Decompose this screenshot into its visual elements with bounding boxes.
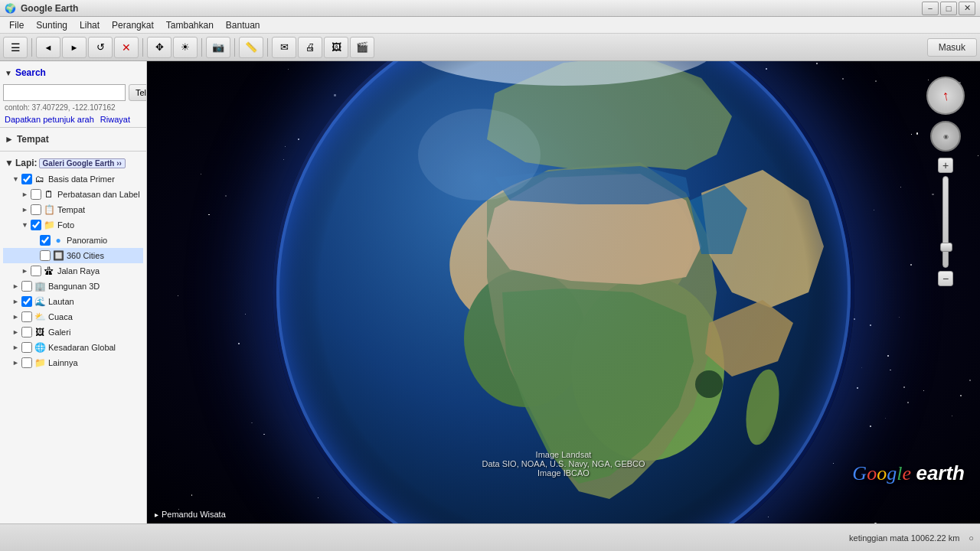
layer-360-icon: 🔲 — [52, 249, 64, 262]
layer-checkbox-kesadaran[interactable] — [21, 342, 32, 353]
expand-arrow-lainnya-icon: ► — [12, 359, 21, 367]
camera-button[interactable]: 📷 — [206, 37, 230, 58]
earth-globe[interactable] — [273, 61, 854, 523]
search-title: Search — [15, 67, 46, 78]
layer-other-icon: 📁 — [34, 357, 46, 369]
tilt-button[interactable]: ◉ — [930, 121, 961, 152]
expand-arrow-foto-icon: ▼ — [21, 221, 31, 229]
zoom-out-button[interactable]: − — [938, 271, 953, 286]
app-icon: 🌍 — [5, 3, 16, 14]
main-layout: ▼ Search Telusuri contoh: 37.407229, -12… — [0, 61, 980, 523]
layer-checkbox-jalan[interactable] — [31, 266, 41, 276]
layer-tempat[interactable]: ► 📋 Tempat — [3, 202, 143, 217]
elevation-label: ketinggian mata 10062.22 km — [849, 533, 959, 543]
navigation-controls: ◉ + − — [926, 77, 965, 286]
email-button[interactable]: ✉ — [272, 37, 296, 58]
menu-sunting[interactable]: Sunting — [30, 18, 74, 32]
compass-control[interactable] — [926, 77, 965, 115]
svg-point-10 — [276, 61, 851, 523]
telusuri-button[interactable]: Telusuri — [129, 84, 147, 101]
get-directions-link[interactable]: Dapatkan petunjuk arah — [5, 115, 94, 124]
back-button[interactable]: ◄ — [36, 37, 60, 58]
layer-checkbox-lainnya[interactable] — [21, 357, 32, 368]
layer-foto[interactable]: ▼ 📁 Foto — [3, 217, 143, 233]
search-header[interactable]: ▼ Search — [3, 64, 143, 81]
menu-bantuan[interactable]: Bantuan — [220, 18, 266, 32]
sidebar: ▼ Search Telusuri contoh: 37.407229, -12… — [0, 61, 147, 523]
layer-checkbox-panoramio[interactable] — [40, 235, 51, 246]
layer-checkbox-360[interactable] — [40, 250, 51, 261]
layer-basis-data-primer[interactable]: ▼ 🗂 Basis data Primer — [3, 171, 143, 187]
layer-cuaca[interactable]: ► ⛅ Cuaca — [3, 309, 143, 324]
refresh-button[interactable]: ↺ — [88, 37, 113, 58]
layer-checkbox-bangunan[interactable] — [21, 281, 32, 292]
search-input[interactable] — [3, 84, 126, 101]
move-button[interactable]: ✥ — [147, 37, 172, 58]
svg-point-11 — [418, 109, 541, 201]
close-button[interactable]: ✕ — [959, 2, 975, 15]
layer-galeri[interactable]: ► 🖼 Galeri — [3, 324, 143, 340]
layer-panoramio[interactable]: ● Panoramio — [3, 233, 143, 248]
layer-kesadaran-global[interactable]: ► 🌐 Kesadaran Global — [3, 340, 143, 355]
titlebar-left: 🌍 Google Earth — [5, 3, 78, 14]
layer-bangunan-3d[interactable]: ► 🏢 Bangunan 3D — [3, 279, 143, 294]
layer-checkbox-foto[interactable] — [31, 220, 41, 230]
map-area[interactable]: ◉ + − Image Landsat Data SIO, NOAA, U.S.… — [147, 61, 980, 523]
titlebar-controls: − □ ✕ — [922, 2, 975, 15]
layer-clipboard-icon: 📋 — [43, 204, 55, 216]
layers-panel: ▼ Lapi: Galeri Google Earth ›› ▼ 🗂 Basis… — [0, 152, 146, 523]
zoom-in-button[interactable]: + — [938, 158, 953, 173]
menu-lihat[interactable]: Lihat — [74, 18, 106, 32]
menu-tambahkan[interactable]: Tambahkan — [160, 18, 220, 32]
layer-lautan[interactable]: ► 🌊 Lautan — [3, 294, 143, 309]
search-links: Dapatkan petunjuk arah Riwayat — [3, 115, 143, 124]
layer-label-lainnya: Lainnya — [48, 358, 78, 367]
ruler-button[interactable]: 📏 — [239, 37, 263, 58]
layer-folder-foto-icon: 📁 — [43, 219, 55, 231]
layer-building-icon: 🏢 — [34, 280, 46, 292]
layer-checkbox-perbatasan[interactable] — [31, 189, 41, 200]
search-example: contoh: 37.407229, -122.107162 — [3, 103, 143, 112]
layer-label-bangunan: Bangunan 3D — [48, 282, 100, 291]
stop-button[interactable]: ✕ — [114, 37, 139, 58]
tempat-header[interactable]: ► Tempat — [3, 131, 143, 148]
menu-file[interactable]: File — [3, 18, 30, 32]
galeri-badge[interactable]: Galeri Google Earth ›› — [39, 158, 126, 168]
layers-header[interactable]: ▼ Lapi: Galeri Google Earth ›› — [3, 155, 143, 171]
toolbar: ☰ ◄ ► ↺ ✕ ✥ ☀ 📷 📏 ✉ 🖨 🖼 🎬 Masuk — [0, 34, 980, 61]
layer-lainnya[interactable]: ► 📁 Lainnya — [3, 355, 143, 370]
expand-arrow-kesadaran-icon: ► — [12, 344, 21, 351]
layer-checkbox-galeri[interactable] — [21, 327, 32, 337]
layer-checkbox-tempat[interactable] — [31, 204, 41, 215]
tempat-panel: ► Tempat — [0, 128, 146, 152]
layer-checkbox-basis[interactable] — [21, 174, 32, 184]
image-button[interactable]: 🖼 — [324, 37, 348, 58]
layer-perbatasan[interactable]: ► 🗒 Perbatasan dan Label — [3, 187, 143, 202]
layer-label-tempat: Tempat — [57, 205, 85, 214]
separator-4 — [234, 38, 235, 57]
masuk-button[interactable]: Masuk — [927, 38, 977, 57]
expand-arrow-icon: ▼ — [12, 175, 21, 183]
forward-button[interactable]: ► — [62, 37, 87, 58]
layer-checkbox-cuaca[interactable] — [21, 311, 32, 322]
zoom-handle[interactable] — [940, 243, 952, 252]
layer-weather-icon: ⛅ — [34, 311, 46, 323]
statusbar-right: ketinggian mata 10062.22 km ○ — [849, 533, 974, 543]
expand-arrow-icon-3: ► — [21, 206, 31, 214]
layer-label-kesadaran: Kesadaran Global — [48, 343, 116, 352]
layer-checkbox-lautan[interactable] — [21, 296, 32, 307]
pemandu-wisata[interactable]: ▸ Pemandu Wisata — [155, 510, 226, 519]
layer-panoramio-icon: ● — [52, 234, 64, 246]
zoom-slider[interactable] — [942, 176, 949, 268]
layer-label-basis: Basis data Primer — [48, 174, 115, 184]
show-sidebar-button[interactable]: ☰ — [3, 37, 28, 58]
sun-button[interactable]: ☀ — [173, 37, 198, 58]
menu-perangkat[interactable]: Perangkat — [106, 18, 160, 32]
history-link[interactable]: Riwayat — [100, 115, 130, 124]
minimize-button[interactable]: − — [922, 2, 939, 15]
video-button[interactable]: 🎬 — [350, 37, 374, 58]
layer-360-cities[interactable]: 🔲 360 Cities — [3, 248, 143, 263]
layer-jalan-raya[interactable]: ► 🛣 Jalan Raya — [3, 263, 143, 279]
maximize-button[interactable]: □ — [940, 2, 957, 15]
print-button[interactable]: 🖨 — [298, 37, 322, 58]
